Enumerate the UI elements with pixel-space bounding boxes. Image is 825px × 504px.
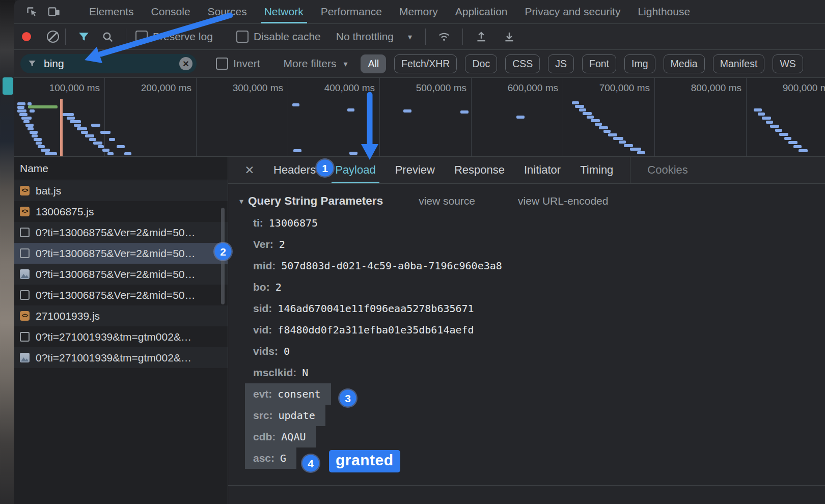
more-filters-dropdown[interactable]: More filters ▾ [284, 58, 348, 70]
tab-application[interactable]: Application [447, 0, 516, 23]
detail-tab-strip: ✕ HeadersPayloadPreviewResponseInitiator… [228, 157, 825, 184]
payload-param-row: asc: G [239, 447, 825, 469]
clear-network-log-icon[interactable] [47, 31, 59, 43]
filter-chip-media[interactable]: Media [664, 54, 705, 73]
tab-elements[interactable]: Elements [80, 0, 143, 23]
filter-chip-doc[interactable]: Doc [465, 54, 497, 73]
request-name: 13006875.js [36, 206, 94, 218]
import-har-icon[interactable] [503, 30, 516, 43]
request-row[interactable]: 271001939.js [14, 305, 228, 326]
export-har-icon[interactable] [475, 30, 488, 43]
request-row[interactable]: 0?ti=13006875&Ver=2&mid=50… [14, 285, 228, 305]
detail-tab-preview[interactable]: Preview [386, 157, 445, 183]
view-source-link[interactable]: view source [419, 195, 475, 207]
timeline-tick-label: 100,000 ms [49, 82, 104, 94]
timeline-tick-label: 800,000 ms [691, 82, 746, 94]
filter-input[interactable] [43, 57, 179, 70]
timeline-gridline [563, 78, 563, 156]
timeline-tick-label: 200,000 ms [141, 82, 196, 94]
request-row[interactable]: 0?ti=271001939&tm=gtm002&… [14, 326, 228, 347]
tab-privacy-and-security[interactable]: Privacy and security [516, 0, 629, 23]
inspect-element-icon[interactable] [20, 0, 43, 23]
detail-tab-initiator[interactable]: Initiator [514, 157, 570, 183]
param-key: ti: [253, 217, 263, 229]
timeline-tick-label: 400,000 ms [324, 82, 379, 94]
device-toolbar-icon[interactable] [43, 0, 65, 23]
record-network-log-button[interactable] [22, 32, 31, 41]
filter-chip-css[interactable]: CSS [505, 54, 540, 73]
filter-chip-font[interactable]: Font [582, 54, 616, 73]
tab-performance[interactable]: Performance [312, 0, 391, 23]
tab-console[interactable]: Console [143, 0, 199, 23]
timeline-gridline [104, 78, 105, 156]
clear-filter-icon[interactable] [179, 57, 193, 70]
detail-tab-payload[interactable]: Payload [325, 157, 386, 183]
param-key: asc: [253, 452, 274, 464]
request-name: 0?ti=13006875&Ver=2&mid=50… [36, 268, 196, 281]
network-main-area: Name bat.js 13006875.js 0?ti=13006875&Ve… [14, 157, 825, 504]
param-key: Ver: [253, 238, 273, 250]
param-key: vid: [253, 324, 272, 336]
param-value: 2 [276, 281, 282, 293]
tab-memory[interactable]: Memory [391, 0, 447, 23]
filter-chip-js[interactable]: JS [548, 54, 574, 73]
detail-tab-response[interactable]: Response [445, 157, 514, 183]
payload-params: ti: 13006875 Ver: 2 mid: 507d803d-d021-4… [239, 212, 825, 469]
disclosure-triangle-icon[interactable] [239, 197, 243, 206]
timeline-gridline [471, 78, 472, 156]
disable-cache-checkbox[interactable] [236, 31, 249, 43]
filter-chip-img[interactable]: Img [624, 54, 655, 73]
filter-toggle-icon[interactable] [77, 31, 90, 43]
tab-lighthouse[interactable]: Lighthouse [629, 0, 699, 23]
payload-param-row: cdb: AQAU [239, 426, 825, 447]
waterfall-bar [603, 130, 611, 133]
img-file-icon [20, 353, 30, 362]
request-rows: bat.js 13006875.js 0?ti=13006875&Ver=2&m… [14, 180, 228, 368]
payload-param-row: vids: 0 [239, 341, 825, 362]
search-icon[interactable] [101, 31, 114, 43]
resource-filter-chips: AllFetch/XHRDocCSSJSFontImgMediaManifest… [361, 54, 803, 73]
throttling-select[interactable]: No throttling ▾ [336, 31, 412, 43]
param-value: AQAU [281, 431, 306, 443]
request-row[interactable]: 0?ti=13006875&Ver=2&mid=50… [14, 222, 228, 243]
request-list: Name bat.js 13006875.js 0?ti=13006875&Ve… [14, 157, 228, 504]
detail-tab-cookies[interactable]: Cookies [638, 157, 697, 183]
network-conditions-icon[interactable] [437, 30, 451, 43]
param-key: bo: [253, 281, 270, 293]
filter-chip-ws[interactable]: WS [773, 54, 803, 73]
load-event-marker [60, 99, 63, 156]
script-file-icon [20, 186, 30, 195]
param-key: src: [253, 409, 273, 422]
invert-filter-checkbox[interactable] [216, 58, 228, 70]
request-row[interactable]: bat.js [14, 180, 228, 201]
list-scrollbar[interactable] [221, 208, 225, 304]
request-row[interactable]: 0?ti=13006875&Ver=2&mid=50… [14, 264, 228, 285]
payload-panel: Query String Parameters view source view… [228, 184, 825, 504]
filter-funnel-icon [28, 59, 37, 68]
view-url-encoded-link[interactable]: view URL-encoded [518, 195, 608, 207]
waterfall-bar [67, 117, 75, 120]
request-row[interactable]: 13006875.js [14, 201, 228, 222]
request-row[interactable]: 0?ti=271001939&tm=gtm002&… [14, 347, 228, 368]
preserve-log-checkbox[interactable] [135, 31, 148, 43]
filter-chip-manifest[interactable]: Manifest [713, 54, 765, 73]
filter-chip-all[interactable]: All [361, 54, 386, 73]
waterfall-bar [17, 102, 25, 105]
payload-param-row: msclkid: N [239, 362, 825, 383]
waterfall-bar [38, 145, 45, 148]
payload-param-row: evt: consent [239, 383, 825, 405]
filter-chip-fetch-xhr[interactable]: Fetch/XHR [394, 54, 457, 73]
close-icon[interactable]: ✕ [239, 160, 260, 180]
waterfall-bar [28, 105, 58, 108]
tab-network[interactable]: Network [256, 0, 312, 23]
detail-tab-headers[interactable]: Headers [264, 157, 325, 183]
waterfall-bar [109, 138, 115, 141]
detail-tab-timing[interactable]: Timing [570, 157, 623, 183]
tab-sources[interactable]: Sources [199, 0, 256, 23]
name-column-header[interactable]: Name [14, 157, 228, 180]
waterfall-bar [775, 129, 782, 132]
waterfall-bar [613, 137, 623, 140]
network-overview-timeline[interactable]: 100,000 ms200,000 ms300,000 ms400,000 ms… [14, 78, 825, 157]
waterfall-bar [637, 151, 645, 154]
request-row[interactable]: 0?ti=13006875&Ver=2&mid=50… [14, 243, 228, 264]
